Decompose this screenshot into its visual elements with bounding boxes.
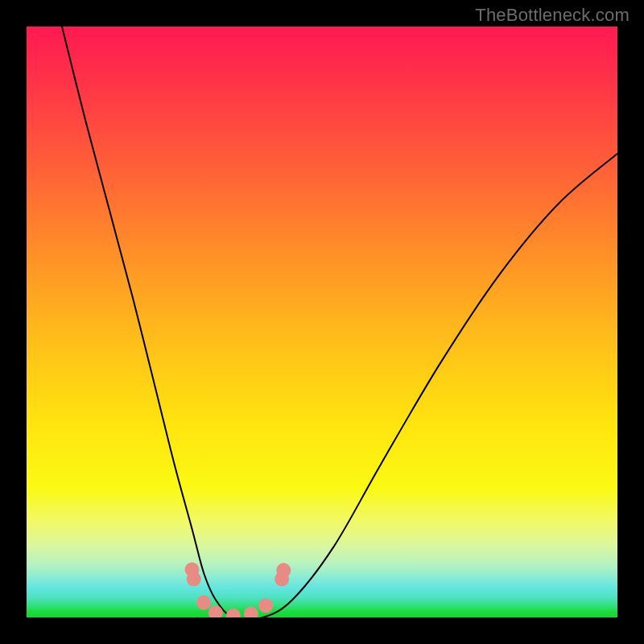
trough-dot (196, 596, 211, 610)
trough-dot (187, 572, 201, 586)
trough-dot (244, 607, 258, 617)
trough-dots (185, 563, 291, 618)
trough-dot (276, 563, 291, 577)
chart-frame: TheBottleneck.com (0, 0, 644, 644)
v-curve-path (62, 27, 617, 617)
watermark-text: TheBottleneck.com (475, 5, 630, 26)
chart-svg (27, 27, 617, 617)
trough-dot (226, 609, 241, 617)
plot-area (27, 27, 617, 617)
v-curve-line (62, 27, 617, 617)
trough-dot (258, 598, 273, 613)
